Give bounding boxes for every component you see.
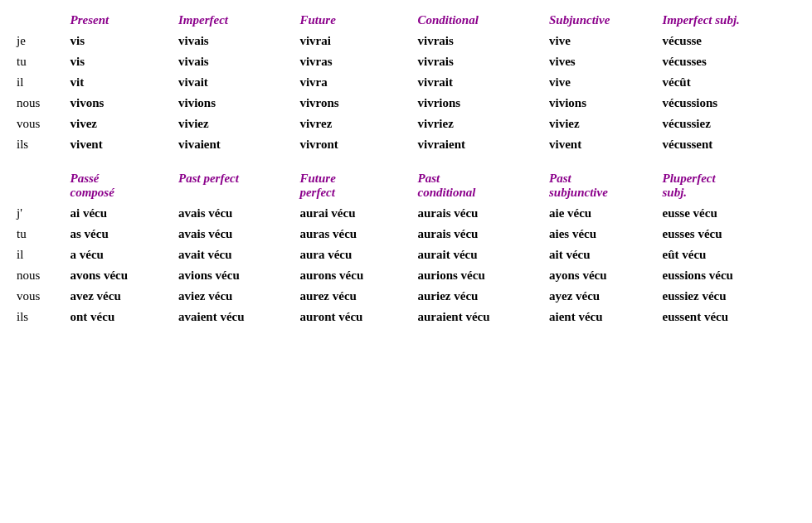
pronoun-cell: j': [13, 203, 67, 224]
verb-form-cell: vis: [67, 31, 175, 51]
pronoun-cell: tu: [13, 51, 67, 72]
compound-header-body: Passécomposé Past perfect Futureperfect …: [13, 155, 799, 203]
verb-form-cell: avions vécu: [175, 265, 296, 286]
verb-form-cell: viviez: [175, 114, 296, 134]
verb-form-cell: vivrions: [415, 93, 546, 114]
pronoun-header-empty-2: [13, 155, 67, 203]
verb-form-cell: ayons vécu: [546, 265, 659, 286]
table-row: jevisvivaisvivraivivraisvivevécusse: [13, 31, 799, 51]
verb-form-cell: vivions: [175, 93, 296, 114]
header-imperfect: Imperfect: [175, 10, 296, 31]
pronoun-cell: vous: [13, 286, 67, 307]
verb-form-cell: vécusses: [659, 51, 799, 72]
compound-tenses-header-row: Passécomposé Past perfect Futureperfect …: [13, 155, 799, 203]
verb-form-cell: ont vécu: [67, 307, 175, 327]
verb-form-cell: vivrais: [415, 31, 546, 51]
conjugation-table: Present Imperfect Future Conditional Sub…: [13, 10, 799, 327]
table-row: vousvivezviviezvivrezvivriezviviezvécuss…: [13, 114, 799, 134]
verb-form-cell: vivait: [175, 72, 296, 93]
pronoun-cell: ils: [13, 134, 67, 155]
verb-form-cell: vives: [546, 51, 659, 72]
verb-form-cell: eût vécu: [659, 245, 799, 265]
pronoun-cell: nous: [13, 265, 67, 286]
verb-form-cell: avez vécu: [67, 286, 175, 307]
pronoun-cell: tu: [13, 224, 67, 245]
verb-form-cell: vivons: [67, 93, 175, 114]
verb-form-cell: vis: [67, 51, 175, 72]
verb-form-cell: aurions vécu: [415, 265, 546, 286]
verb-form-cell: vécussiez: [659, 114, 799, 134]
verb-form-cell: avait vécu: [175, 245, 296, 265]
verb-form-cell: avaient vécu: [175, 307, 296, 327]
verb-form-cell: viviez: [546, 114, 659, 134]
table-row: nousvivonsvivionsvivronsvivrionsvivionsv…: [13, 93, 799, 114]
verb-form-cell: ait vécu: [546, 245, 659, 265]
verb-form-cell: ai vécu: [67, 203, 175, 224]
verb-form-cell: aura vécu: [296, 245, 414, 265]
header-pluperfect-subj: Pluperfectsubj.: [659, 155, 799, 203]
verb-form-cell: vivent: [546, 134, 659, 155]
table-row: tuvisvivaisvivrasvivraisvivesvécusses: [13, 51, 799, 72]
header-future-perfect: Futureperfect: [296, 155, 414, 203]
verb-form-cell: auront vécu: [296, 307, 414, 327]
pronoun-cell: vous: [13, 114, 67, 134]
verb-form-cell: vivrons: [296, 93, 414, 114]
verb-form-cell: auraient vécu: [415, 307, 546, 327]
pronoun-header-empty: [13, 10, 67, 31]
header-future: Future: [296, 10, 414, 31]
verb-form-cell: vivriez: [415, 114, 546, 134]
verb-form-cell: auras vécu: [296, 224, 414, 245]
table-row: vousavez vécuaviez vécuaurez vécuauriez …: [13, 286, 799, 307]
verb-form-cell: vivais: [175, 31, 296, 51]
simple-tenses-body: jevisvivaisvivraivivraisvivevécussetuvis…: [13, 31, 799, 155]
header-subjunctive: Subjunctive: [546, 10, 659, 31]
verb-form-cell: vivais: [175, 51, 296, 72]
verb-form-cell: eussions vécu: [659, 265, 799, 286]
header-past-conditional: Pastconditional: [415, 155, 546, 203]
compound-tenses-body: j'ai vécuavais vécuaurai vécuaurais vécu…: [13, 203, 799, 327]
verb-form-cell: aies vécu: [546, 224, 659, 245]
verb-form-cell: eusses vécu: [659, 224, 799, 245]
verb-form-cell: vivront: [296, 134, 414, 155]
header-passe-compose: Passécomposé: [67, 155, 175, 203]
verb-form-cell: vécusse: [659, 31, 799, 51]
verb-form-cell: avais vécu: [175, 224, 296, 245]
header-past-subjunctive: Pastsubjunctive: [546, 155, 659, 203]
verb-form-cell: aurons vécu: [296, 265, 414, 286]
verb-form-cell: vivrais: [415, 51, 546, 72]
verb-form-cell: eussent vécu: [659, 307, 799, 327]
table-row: ilsviventvivaientvivrontvivraientviventv…: [13, 134, 799, 155]
pronoun-cell: il: [13, 245, 67, 265]
simple-tenses-header-row: Present Imperfect Future Conditional Sub…: [13, 10, 799, 31]
header-past-perfect: Past perfect: [175, 155, 296, 203]
verb-form-cell: aurais vécu: [415, 203, 546, 224]
verb-form-cell: eusse vécu: [659, 203, 799, 224]
verb-form-cell: aurez vécu: [296, 286, 414, 307]
verb-form-cell: vécût: [659, 72, 799, 93]
verb-form-cell: vivraient: [415, 134, 546, 155]
table-row: ilsont vécuavaient vécuauront vécuauraie…: [13, 307, 799, 327]
verb-form-cell: ayez vécu: [546, 286, 659, 307]
verb-form-cell: aurai vécu: [296, 203, 414, 224]
pronoun-cell: je: [13, 31, 67, 51]
header-conditional: Conditional: [415, 10, 546, 31]
verb-form-cell: auriez vécu: [415, 286, 546, 307]
verb-form-cell: aurais vécu: [415, 224, 546, 245]
verb-form-cell: vive: [546, 31, 659, 51]
verb-form-cell: vivez: [67, 114, 175, 134]
table-row: ila vécuavait vécuaura vécuaurait vécuai…: [13, 245, 799, 265]
header-present: Present: [67, 10, 175, 31]
verb-form-cell: vivra: [296, 72, 414, 93]
table-row: ilvitvivaitvivravivraitvivevécût: [13, 72, 799, 93]
verb-form-cell: vivent: [67, 134, 175, 155]
verb-form-cell: aviez vécu: [175, 286, 296, 307]
verb-form-cell: vivions: [546, 93, 659, 114]
verb-form-cell: avons vécu: [67, 265, 175, 286]
verb-form-cell: vécussions: [659, 93, 799, 114]
pronoun-cell: il: [13, 72, 67, 93]
table-row: j'ai vécuavais vécuaurai vécuaurais vécu…: [13, 203, 799, 224]
verb-form-cell: as vécu: [67, 224, 175, 245]
header-imperfect-subj: Imperfect subj.: [659, 10, 799, 31]
verb-form-cell: vivrait: [415, 72, 546, 93]
verb-form-cell: vive: [546, 72, 659, 93]
